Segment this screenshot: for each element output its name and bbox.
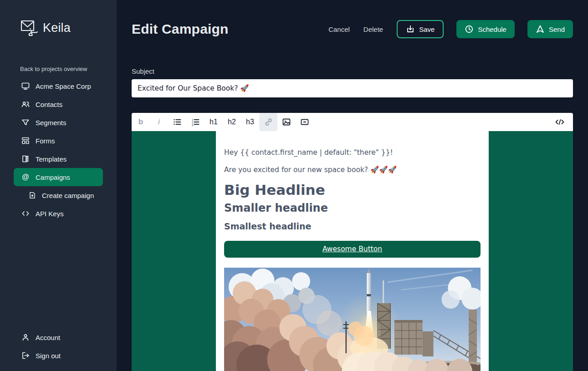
main-content: Edit Campaign Cancel Delete Save bbox=[117, 0, 588, 371]
code-icon bbox=[21, 209, 30, 218]
schedule-button[interactable]: Schedule bbox=[456, 20, 515, 38]
subject-field-group: Subject bbox=[132, 67, 573, 97]
sidebar-item-label: Sign out bbox=[36, 352, 61, 360]
at-sign-icon: @ bbox=[21, 173, 30, 181]
editor-toolbar: b i 1 2 3 bbox=[132, 113, 573, 131]
sidebar-item-create-campaign[interactable]: Create campaign bbox=[14, 186, 103, 204]
sidebar-item-api-keys[interactable]: API Keys bbox=[14, 204, 103, 223]
bullet-list-button[interactable] bbox=[168, 113, 186, 131]
svg-text:3: 3 bbox=[192, 124, 194, 127]
logout-icon bbox=[21, 351, 30, 360]
horizontal-rule-button[interactable] bbox=[296, 113, 314, 131]
sidebar-item-label: Account bbox=[36, 334, 60, 341]
clock-icon bbox=[465, 25, 474, 34]
sidebar-item-segments[interactable]: Segments bbox=[14, 113, 103, 132]
heading-2-button[interactable]: h2 bbox=[223, 113, 241, 131]
header-actions: Cancel Delete Save bbox=[327, 20, 573, 38]
heading-1-button[interactable]: h1 bbox=[205, 113, 223, 131]
html-source-button[interactable] bbox=[551, 113, 569, 131]
keila-logo: Keila bbox=[20, 18, 117, 37]
link-button[interactable] bbox=[259, 113, 277, 131]
bold-button[interactable]: b bbox=[132, 113, 150, 131]
horizontal-rule-icon bbox=[300, 117, 309, 127]
sidebar-item-templates[interactable]: Templates bbox=[14, 150, 103, 168]
sidebar: Keila Back to projects overview Acme Spa… bbox=[0, 0, 117, 371]
email-body[interactable]: Hey {{ contact.first_name | default: "th… bbox=[216, 131, 489, 371]
page-title: Edit Campaign bbox=[132, 21, 229, 37]
italic-button[interactable]: i bbox=[150, 113, 168, 131]
save-button[interactable]: Save bbox=[397, 20, 444, 38]
page-header: Edit Campaign Cancel Delete Save bbox=[132, 18, 573, 40]
sidebar-item-label: Campaigns bbox=[36, 173, 70, 181]
file-plus-icon bbox=[29, 192, 36, 199]
email-headline-2[interactable]: Smaller headline bbox=[224, 203, 481, 214]
sidebar-item-label: Contacts bbox=[36, 101, 62, 108]
heading-3-button[interactable]: h3 bbox=[241, 113, 259, 131]
subject-input[interactable] bbox=[132, 79, 573, 97]
sidebar-item-contacts[interactable]: Contacts bbox=[14, 95, 103, 113]
keila-envelope-elephant-icon bbox=[20, 18, 38, 37]
sidebar-item-forms[interactable]: Forms bbox=[14, 132, 103, 150]
email-cta-button[interactable]: Awesome Button bbox=[224, 241, 481, 258]
photo-rocket bbox=[367, 268, 371, 313]
sidebar-nav: Acme Space Corp Contacts Segments bbox=[0, 77, 117, 223]
code-icon bbox=[555, 117, 565, 127]
email-editor-canvas: Hey {{ contact.first_name | default: "th… bbox=[132, 131, 573, 371]
send-button[interactable]: Send bbox=[527, 20, 573, 38]
sidebar-item-label: Forms bbox=[36, 137, 55, 145]
sidebar-item-label: API Keys bbox=[36, 210, 64, 218]
app-window: Keila Back to projects overview Acme Spa… bbox=[0, 0, 588, 371]
layout-icon bbox=[21, 137, 30, 145]
sidebar-item-account[interactable]: Account bbox=[14, 328, 103, 346]
template-icon bbox=[21, 155, 30, 163]
cancel-button[interactable]: Cancel bbox=[327, 25, 352, 34]
sidebar-item-label: Acme Space Corp bbox=[36, 82, 91, 90]
rocket-launch-image[interactable] bbox=[224, 268, 481, 371]
sidebar-bottom-nav: Account Sign out bbox=[0, 328, 117, 365]
user-icon bbox=[21, 333, 30, 341]
image-icon bbox=[282, 117, 291, 127]
save-icon bbox=[406, 25, 415, 34]
subject-label: Subject bbox=[132, 67, 573, 75]
email-intro-paragraph[interactable]: Are you excited for our new space book? … bbox=[224, 166, 481, 174]
contacts-icon bbox=[21, 100, 30, 108]
sidebar-item-label: Templates bbox=[36, 155, 66, 163]
back-to-projects-link[interactable]: Back to projects overview bbox=[20, 66, 97, 72]
email-greeting-paragraph[interactable]: Hey {{ contact.first_name | default: "th… bbox=[224, 148, 481, 157]
ordered-list-icon: 1 2 3 bbox=[191, 117, 200, 127]
sidebar-item-label: Segments bbox=[36, 119, 66, 127]
monitor-icon bbox=[21, 82, 30, 90]
send-plane-icon bbox=[536, 25, 545, 34]
sidebar-item-campaigns[interactable]: @ Campaigns bbox=[14, 168, 103, 186]
sidebar-item-project[interactable]: Acme Space Corp bbox=[14, 77, 103, 95]
funnel-icon bbox=[21, 118, 30, 127]
email-headline-1[interactable]: Big Headline bbox=[224, 183, 481, 198]
link-icon bbox=[264, 117, 273, 127]
sidebar-item-label: Create campaign bbox=[42, 192, 94, 199]
ordered-list-button[interactable]: 1 2 3 bbox=[186, 113, 205, 131]
sidebar-item-sign-out[interactable]: Sign out bbox=[14, 346, 103, 365]
bullet-list-icon bbox=[173, 117, 182, 127]
delete-button[interactable]: Delete bbox=[362, 25, 385, 34]
app-title: Keila bbox=[43, 21, 71, 35]
insert-image-button[interactable] bbox=[277, 113, 296, 131]
email-headline-3[interactable]: Smallest headline bbox=[224, 222, 481, 231]
